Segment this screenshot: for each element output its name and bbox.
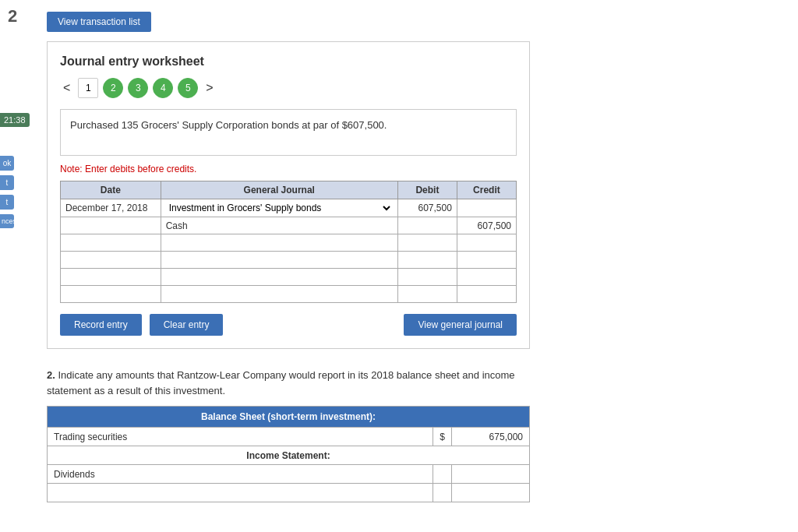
balance-sheet-header: Balance Sheet (short-term investment): (48, 407, 530, 428)
trading-securities-dollar: $ (433, 428, 452, 446)
sidebar-tabs: ok t t nces (0, 156, 14, 233)
next-page-button[interactable]: > (203, 81, 216, 95)
clear-entry-button[interactable]: Clear entry (150, 314, 224, 336)
table-row (61, 234, 517, 252)
empty-label (48, 484, 433, 502)
row2-debit (397, 217, 457, 234)
sidebar-tab-ok[interactable]: ok (0, 156, 14, 171)
sidebar-left: 2 21:38 ok t t nces (0, 0, 43, 532)
row4-date (61, 252, 161, 269)
journal-table: Date General Journal Debit Credit Decemb… (60, 181, 517, 303)
table-row (61, 269, 517, 286)
balance-table-row-empty (48, 484, 530, 502)
row5-gj[interactable] (161, 269, 397, 286)
dividends-dollar (433, 465, 452, 484)
table-row (61, 286, 517, 303)
balance-table-row-trading: Trading securities $ 675,000 (48, 428, 530, 446)
income-statement-header-row: Income Statement: (48, 446, 530, 465)
row5-date (61, 269, 161, 286)
question-2-section: 2. Indicate any amounts that Rantzow-Lea… (47, 368, 530, 502)
balance-table: Balance Sheet (short-term investment): T… (47, 406, 530, 502)
pagination: < 1 2 3 4 5 > (60, 78, 517, 98)
row2-gj[interactable]: Cash (161, 217, 397, 234)
sidebar-tab-t1[interactable]: t (0, 175, 14, 190)
row4-debit[interactable] (397, 252, 457, 269)
question-2-text: 2. Indicate any amounts that Rantzow-Lea… (47, 368, 530, 398)
header-date: Date (61, 181, 161, 199)
dividends-label: Dividends (48, 465, 433, 484)
worksheet-buttons: Record entry Clear entry View general jo… (60, 314, 517, 336)
top-bar: View transaction list (47, 8, 782, 32)
table-row: December 17, 2018 Investment in Grocers'… (61, 199, 517, 217)
note-text: Note: Enter debits before credits. (60, 164, 517, 174)
page-4-button[interactable]: 4 (153, 78, 173, 98)
row5-credit[interactable] (457, 269, 516, 286)
row2-date (61, 217, 161, 234)
empty-value[interactable] (452, 484, 530, 502)
income-statement-header: Income Statement: (48, 446, 530, 465)
row4-gj[interactable] (161, 252, 397, 269)
row2-credit[interactable]: 607,500 (457, 217, 516, 234)
page-number: 2 (8, 6, 17, 26)
row4-credit[interactable] (457, 252, 516, 269)
balance-table-header: Balance Sheet (short-term investment): (48, 407, 530, 428)
empty-dollar (433, 484, 452, 502)
table-row: Cash 607,500 (61, 217, 517, 234)
header-credit: Credit (457, 181, 516, 199)
prev-page-button[interactable]: < (60, 81, 73, 95)
row6-debit[interactable] (397, 286, 457, 303)
table-header-row: Date General Journal Debit Credit (61, 181, 517, 199)
row3-date (61, 234, 161, 252)
row3-debit[interactable] (397, 234, 457, 252)
row1-credit (457, 199, 516, 217)
page-3-button[interactable]: 3 (128, 78, 148, 98)
header-debit: Debit (397, 181, 457, 199)
row6-date (61, 286, 161, 303)
header-general-journal: General Journal (161, 181, 397, 199)
table-row (61, 252, 517, 269)
page-wrapper: 2 21:38 ok t t nces View transaction lis… (0, 0, 798, 532)
row1-date: December 17, 2018 (61, 199, 161, 217)
row6-credit[interactable] (457, 286, 516, 303)
page-1-button[interactable]: 1 (78, 78, 98, 98)
row6-gj[interactable] (161, 286, 397, 303)
worksheet-title: Journal entry worksheet (60, 55, 517, 69)
row3-credit[interactable] (457, 234, 516, 252)
view-transaction-button[interactable]: View transaction list (47, 12, 151, 32)
row1-gj[interactable]: Investment in Grocers' Supply bonds (161, 199, 397, 217)
description-box: Purchased 135 Grocers' Supply Corporatio… (60, 109, 517, 156)
record-entry-button[interactable]: Record entry (60, 314, 142, 336)
row1-debit[interactable]: 607,500 (397, 199, 457, 217)
view-general-journal-button[interactable]: View general journal (404, 314, 517, 336)
page-5-button[interactable]: 5 (178, 78, 198, 98)
question-2-label: 2. (47, 369, 55, 381)
row3-gj[interactable] (161, 234, 397, 252)
sidebar-tab-t2[interactable]: t (0, 195, 14, 210)
row1-gj-select[interactable]: Investment in Grocers' Supply bonds (166, 202, 393, 214)
page-2-button[interactable]: 2 (103, 78, 123, 98)
sidebar-tab-nces[interactable]: nces (0, 214, 14, 228)
timer-badge: 21:38 (0, 113, 30, 127)
journal-entry-worksheet: Journal entry worksheet < 1 2 3 4 5 > Pu… (47, 41, 530, 349)
dividends-value[interactable] (452, 465, 530, 484)
balance-table-row-dividends: Dividends (48, 465, 530, 484)
description-text: Purchased 135 Grocers' Supply Corporatio… (70, 119, 387, 131)
row5-debit[interactable] (397, 269, 457, 286)
trading-securities-value[interactable]: 675,000 (452, 428, 530, 446)
question-2-body: Indicate any amounts that Rantzow-Lear C… (47, 369, 515, 396)
trading-securities-label: Trading securities (48, 428, 433, 446)
